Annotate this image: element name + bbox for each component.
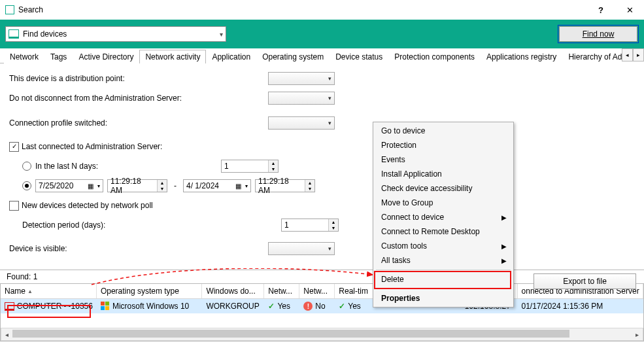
tab-tags[interactable]: Tags — [44, 50, 73, 63]
combo-device-visible[interactable]: ▾ — [268, 242, 335, 255]
spin-n-days[interactable]: 1 ▲▼ — [221, 160, 279, 173]
cell-os: Microsoft Windows 10 — [112, 302, 189, 311]
spin-up-icon[interactable]: ▲ — [305, 180, 314, 186]
spin-up-icon[interactable]: ▲ — [329, 219, 338, 225]
tab-network[interactable]: Network — [4, 50, 44, 63]
monitor-icon — [8, 29, 19, 39]
tab-operating-system[interactable]: Operating system — [256, 50, 330, 63]
chk-last-connected[interactable] — [9, 142, 19, 152]
calendar-icon: ▦ — [86, 183, 95, 190]
ctx-install-application[interactable]: Install Application — [375, 167, 512, 181]
date-to[interactable]: 4/ 1/2024 ▦ ▾ — [183, 179, 251, 192]
combo-distribution-point[interactable]: ▾ — [268, 72, 335, 85]
scroll-left-icon[interactable]: ◂ — [1, 328, 12, 340]
context-menu: Go to device Protection Events Install A… — [373, 122, 514, 307]
chk-new-devices[interactable] — [9, 201, 19, 211]
tab-device-status[interactable]: Device status — [330, 50, 388, 63]
horizontal-scrollbar[interactable]: ◂ ▸ — [1, 328, 643, 341]
col-name[interactable]: Name ▲ — [1, 284, 97, 298]
combo-no-disconnect[interactable]: ▾ — [268, 92, 335, 105]
ctx-custom-tools[interactable]: Custom tools▶ — [375, 239, 512, 253]
titlebar: Search ? ✕ — [0, 0, 644, 20]
radio-n-days[interactable] — [22, 162, 31, 171]
lbl-last-connected: Last connected to Administration Server: — [22, 142, 162, 151]
tab-scroll-left[interactable]: ◂ — [622, 48, 633, 61]
spin-down-icon[interactable]: ▼ — [158, 186, 167, 192]
spin-up-icon[interactable]: ▲ — [269, 160, 278, 166]
svg-rect-2 — [101, 306, 105, 310]
cell-rt: Yes — [348, 302, 361, 311]
col-domain[interactable]: Windows do... — [202, 284, 264, 298]
calendar-icon: ▦ — [233, 183, 243, 190]
device-icon — [5, 302, 14, 311]
ctx-protection[interactable]: Protection — [375, 138, 512, 152]
lbl-device-visible: Device is visible: — [9, 244, 268, 253]
col-os[interactable]: Operating system type — [97, 284, 202, 298]
find-now-button[interactable]: Find now — [559, 26, 637, 42]
lbl-new-devices: New devices detected by network poll — [22, 201, 153, 210]
find-mode-combo[interactable]: Find devices ▾ — [5, 26, 226, 42]
tab-protection-components[interactable]: Protection components — [388, 50, 481, 63]
spin-up-icon[interactable]: ▲ — [158, 180, 167, 186]
ctx-separator — [376, 270, 511, 270]
lbl-n-days: In the last N days: — [35, 162, 221, 171]
close-button[interactable]: ✕ — [615, 0, 644, 20]
cell-last: 01/17/2024 1:15:36 PM — [522, 302, 603, 311]
find-now-focus-ring: Find now — [558, 25, 639, 43]
table-row[interactable]: COMPUTER~~10356 Microsoft Windows 10 WOR… — [1, 299, 643, 313]
export-button[interactable]: Export to file — [534, 273, 636, 289]
tab-active-directory[interactable]: Active Directory — [73, 50, 139, 63]
cell-name: COMPUTER~~10356 — [17, 302, 93, 311]
spin-down-icon[interactable]: ▼ — [305, 186, 314, 192]
check-icon: ✓ — [268, 302, 275, 311]
export-label: Export to file — [563, 277, 607, 286]
svg-rect-3 — [105, 306, 109, 310]
tab-application[interactable]: Application — [206, 50, 256, 63]
tab-scroll-nav: ◂ ▸ — [622, 48, 644, 63]
spin-down-icon[interactable]: ▼ — [329, 225, 338, 231]
tab-network-activity[interactable]: Network activity — [139, 50, 206, 63]
window-title: Search — [18, 5, 586, 14]
chevron-down-icon: ▾ — [328, 120, 331, 126]
found-count: Found: 1 — [7, 272, 37, 281]
ctx-move-to-group[interactable]: Move to Group — [375, 196, 512, 210]
time-from[interactable]: 11:29:18 AM ▲▼ — [107, 179, 167, 192]
chevron-down-icon: ▾ — [243, 183, 250, 189]
help-button[interactable]: ? — [586, 0, 615, 20]
scroll-thumb[interactable] — [12, 330, 569, 338]
date-from[interactable]: 7/25/2020 ▦ ▾ — [35, 179, 103, 192]
spin-detection-value: 1 — [282, 220, 328, 230]
chevron-down-icon: ▾ — [328, 95, 331, 101]
chevron-right-icon: ▶ — [501, 214, 507, 221]
check-icon: ✓ — [339, 302, 345, 311]
radio-date-range[interactable] — [22, 181, 31, 190]
spin-down-icon[interactable]: ▼ — [269, 166, 278, 172]
col-netw1[interactable]: Netw... — [264, 284, 299, 298]
find-mode-text: Find devices — [23, 29, 220, 39]
form-panel: This device is a distribution point: ▾ D… — [0, 63, 644, 270]
chevron-down-icon: ▾ — [328, 245, 331, 252]
ctx-properties[interactable]: Properties — [375, 291, 512, 306]
tab-applications-registry[interactable]: Applications registry — [481, 50, 562, 63]
ctx-go-to-device[interactable]: Go to device — [375, 124, 512, 138]
ctx-connect-to-device[interactable]: Connect to device▶ — [375, 210, 512, 224]
tab-strip: Network Tags Active Directory Network ac… — [0, 48, 644, 63]
time-to[interactable]: 11:29:18 AM ▲▼ — [255, 179, 315, 192]
ctx-all-tasks[interactable]: All tasks▶ — [375, 253, 512, 268]
cell-domain: WORKGROUP — [206, 302, 259, 311]
spin-detection-period[interactable]: 1 ▲▼ — [281, 219, 339, 232]
cell-n2: No — [315, 302, 325, 311]
scroll-right-icon[interactable]: ▸ — [632, 328, 643, 340]
ctx-delete[interactable]: Delete — [375, 272, 512, 287]
combo-conn-profile[interactable]: ▾ — [268, 116, 335, 130]
ctx-check-accessibility[interactable]: Check device accessibility — [375, 181, 512, 196]
svg-rect-1 — [105, 302, 109, 306]
app-icon — [5, 5, 14, 14]
chevron-right-icon: ▶ — [501, 257, 507, 264]
col-netw2[interactable]: Netw... — [299, 284, 335, 298]
ctx-connect-remote-desktop[interactable]: Connect to Remote Desktop — [375, 224, 512, 239]
results-table: Name ▲ Operating system type Windows do.… — [0, 284, 644, 341]
ctx-separator — [376, 289, 511, 289]
ctx-events[interactable]: Events — [375, 152, 512, 167]
tab-scroll-right[interactable]: ▸ — [633, 48, 644, 61]
